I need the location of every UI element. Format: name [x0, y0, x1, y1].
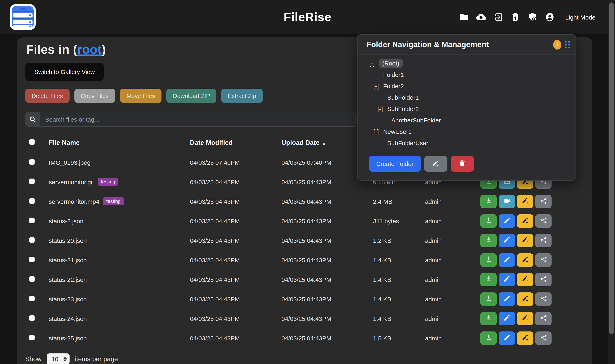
edit-file-button[interactable] [499, 312, 515, 325]
row-checkbox[interactable] [29, 217, 35, 223]
file-name[interactable]: status-23.json [49, 296, 87, 302]
rename-file-button[interactable] [517, 214, 533, 228]
share-file-button[interactable] [535, 253, 551, 267]
download-button[interactable] [480, 331, 497, 345]
folder-label[interactable]: SubFolder2 [387, 105, 419, 112]
row-checkbox[interactable] [29, 276, 35, 282]
delete-folder-button[interactable] [450, 156, 474, 172]
download-button[interactable] [480, 214, 497, 228]
edit-file-button[interactable] [499, 273, 515, 286]
share-file-button[interactable] [535, 273, 551, 286]
copy-files-button[interactable]: Copy Files [74, 89, 115, 103]
file-name[interactable]: servermonitor.mp4 [49, 198, 99, 205]
drag-handle-icon[interactable] [565, 41, 570, 48]
tree-collapse-toggle[interactable]: [-] [373, 128, 383, 135]
download-button[interactable] [480, 292, 497, 306]
rename-file-button[interactable] [517, 292, 533, 306]
share-file-button[interactable] [535, 312, 551, 325]
row-checkbox[interactable] [29, 159, 35, 165]
file-name[interactable]: status-22.json [49, 276, 87, 283]
rename-icon [521, 294, 529, 303]
download-icon [485, 294, 492, 303]
rename-file-button[interactable] [517, 331, 533, 345]
tree-collapse-toggle[interactable]: [-] [369, 60, 379, 66]
row-checkbox[interactable] [29, 315, 35, 321]
select-all-checkbox[interactable] [29, 139, 35, 145]
download-button[interactable] [480, 195, 497, 208]
share-file-button[interactable] [535, 214, 551, 228]
move-files-button[interactable]: Move Files [120, 89, 161, 103]
download-button[interactable] [480, 273, 497, 286]
rename-folder-button[interactable] [424, 156, 447, 172]
upload-date: 04/03/25 04:43PM [281, 335, 373, 341]
folder-label[interactable]: SubFolder1 [387, 94, 419, 101]
extract-zip-button[interactable]: Extract Zip [222, 89, 263, 103]
row-checkbox[interactable] [29, 335, 35, 340]
page-scrollbar[interactable] [608, 0, 615, 364]
rename-file-button[interactable] [517, 234, 533, 247]
row-checkbox[interactable] [29, 198, 35, 204]
delete-files-button[interactable]: Delete Files [25, 89, 69, 103]
logout-icon[interactable] [493, 12, 503, 22]
edit-file-button[interactable] [499, 331, 515, 345]
scrollbar-thumb[interactable] [609, 2, 614, 334]
cloud-upload-icon[interactable] [476, 12, 486, 22]
download-button[interactable] [480, 234, 497, 247]
file-name[interactable]: status-2.json [49, 217, 83, 224]
file-name[interactable]: status-24.json [49, 315, 87, 322]
folder-label[interactable]: Folder2 [383, 82, 404, 89]
file-name[interactable]: status-20.json [49, 237, 87, 244]
header-date-modified[interactable]: Date Modified [190, 139, 281, 146]
edit-file-button[interactable] [499, 253, 515, 267]
trash-restore-icon[interactable] [510, 12, 520, 22]
account-icon[interactable] [545, 11, 555, 23]
tree-collapse-toggle[interactable]: [-] [373, 82, 383, 89]
date-modified: 04/03/25 04:43PM [190, 198, 281, 205]
rename-file-button[interactable] [517, 273, 533, 286]
items-per-page-select[interactable]: 10 [47, 353, 70, 364]
download-zip-button[interactable]: Download ZIP [166, 89, 216, 103]
file-name[interactable]: status-25.json [49, 335, 87, 341]
root-folder-link[interactable]: root [77, 42, 102, 56]
share-file-button[interactable] [535, 234, 551, 247]
edit-file-button[interactable] [499, 292, 515, 306]
edit-file-button[interactable] [499, 214, 515, 228]
rename-file-button[interactable] [517, 195, 533, 208]
download-button[interactable] [480, 253, 497, 267]
light-mode-toggle[interactable]: Light Mode [565, 14, 595, 21]
preview-video-button[interactable] [499, 195, 515, 208]
download-button[interactable] [480, 312, 497, 325]
folder-label[interactable]: SubFolderUser [387, 139, 428, 146]
download-icon [485, 236, 492, 245]
create-folder-button[interactable]: Create Folder [369, 156, 421, 172]
tree-collapse-toggle[interactable]: [-] [378, 105, 387, 112]
row-checkbox[interactable] [29, 178, 35, 184]
topbar: FileRise Light Mode [0, 0, 615, 34]
share-file-button[interactable] [535, 331, 551, 345]
header-file-name[interactable]: File Name [49, 139, 190, 146]
edit-file-button[interactable] [499, 234, 515, 247]
switch-gallery-view-button[interactable]: Switch to Gallery View [25, 63, 104, 81]
rename-icon [521, 197, 529, 206]
row-checkbox[interactable] [29, 237, 35, 243]
file-name[interactable]: servermonitor.gif [49, 178, 94, 185]
folder-label[interactable]: NewUser1 [383, 128, 412, 135]
info-icon[interactable]: i [553, 40, 561, 49]
table-row: status-24.json 04/03/25 04:43PM 04/03/25… [25, 309, 584, 328]
folder-icon[interactable] [459, 12, 469, 22]
shield-user-icon[interactable] [528, 12, 537, 22]
file-name[interactable]: IMG_0193.jpeg [49, 159, 91, 166]
edit-icon [503, 334, 511, 342]
folder-label[interactable]: (Root) [379, 58, 403, 68]
share-file-button[interactable] [535, 195, 551, 208]
table-row: status-2.json 04/03/25 04:43PM 04/03/25 … [25, 211, 584, 231]
share-file-button[interactable] [535, 292, 551, 306]
rename-file-button[interactable] [517, 253, 533, 267]
folder-label[interactable]: Folder1 [383, 71, 404, 78]
file-name[interactable]: status-21.json [49, 256, 87, 263]
search-input[interactable] [40, 112, 355, 127]
row-checkbox[interactable] [29, 296, 35, 301]
folder-label[interactable]: AnotherSubFolder [391, 117, 441, 123]
row-checkbox[interactable] [29, 256, 35, 262]
rename-file-button[interactable] [517, 312, 533, 325]
